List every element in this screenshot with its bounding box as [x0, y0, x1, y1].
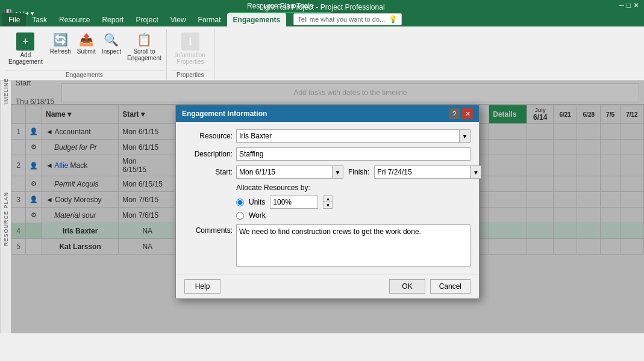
description-input[interactable]: [236, 147, 470, 161]
ribbon-group-label-properties: Properties: [172, 70, 209, 80]
add-engagement-btn[interactable]: + Add Engagement: [5, 30, 46, 69]
cancel-button[interactable]: Cancel: [430, 279, 470, 294]
ribbon: + Add Engagement 🔄 Refresh 📤 Submit 🔍 In…: [0, 26, 644, 81]
tab-format[interactable]: Format: [192, 13, 227, 26]
submit-btn[interactable]: 📤 Submit: [75, 30, 98, 69]
ribbon-group-engagements: + Add Engagement 🔄 Refresh 📤 Submit 🔍 In…: [2, 29, 167, 80]
work-radio[interactable]: [236, 212, 244, 220]
engagement-info-modal: Engagement Information ? ✕ Resource:: [175, 105, 480, 299]
tab-view[interactable]: View: [164, 13, 192, 26]
modal-close-btn[interactable]: ✕: [462, 108, 473, 119]
close-btn[interactable]: ✕: [633, 1, 639, 10]
minimize-btn[interactable]: ─: [619, 1, 624, 10]
ribbon-group-properties: ℹ Information Properties Properties: [167, 29, 214, 80]
units-radio-label: Units: [249, 198, 265, 206]
allocate-label: Allocate Resources by:: [236, 184, 310, 192]
units-value-input[interactable]: [270, 196, 318, 209]
refresh-btn[interactable]: 🔄 Refresh: [48, 30, 73, 69]
start-label: Start:: [184, 168, 233, 176]
maximize-btn[interactable]: □: [627, 1, 631, 10]
help-button[interactable]: Help: [184, 279, 220, 294]
tab-task[interactable]: Task: [26, 13, 53, 26]
inspect-btn[interactable]: 🔍 Inspect: [99, 30, 123, 69]
tab-project[interactable]: Project: [130, 13, 164, 26]
tab-file[interactable]: File: [2, 13, 26, 26]
tab-engagements[interactable]: Engagements: [227, 13, 287, 26]
information-properties-btn[interactable]: ℹ Information Properties: [172, 30, 209, 69]
resource-plan-side-label: RESOURCE PLAN: [0, 105, 11, 333]
spinner-up[interactable]: ▲: [323, 196, 333, 202]
spinner-down[interactable]: ▼: [323, 202, 333, 209]
search-icon: 💡: [389, 15, 398, 23]
resource-label: Resource:: [184, 132, 233, 140]
ribbon-tabs: File Task Resource Report Project View F…: [0, 13, 644, 26]
window-title: Light Rail Project - Project Professiona…: [259, 1, 384, 14]
start-input[interactable]: [236, 165, 333, 179]
units-radio[interactable]: [236, 199, 244, 206]
modal-body: Resource: ▼ Description:: [176, 122, 479, 274]
finish-input[interactable]: [374, 165, 470, 179]
search-bar[interactable]: Tell me what you want to do... 💡: [293, 13, 402, 25]
modal-title-bar: Engagement Information ? ✕: [176, 105, 479, 122]
finish-label: Finish:: [348, 168, 369, 176]
ribbon-group-label-engagements: Engagements: [5, 70, 164, 80]
comments-label: Comments:: [184, 224, 233, 235]
work-radio-label: Work: [249, 211, 266, 220]
tab-resource[interactable]: Resource: [53, 13, 96, 26]
modal-overlay: Engagement Information ? ✕ Resource:: [11, 81, 644, 333]
ok-button[interactable]: OK: [389, 279, 425, 294]
modal-footer: Help OK Cancel: [176, 274, 479, 298]
resource-input[interactable]: [236, 129, 460, 143]
tab-report[interactable]: Report: [96, 13, 130, 26]
modal-help-btn[interactable]: ?: [449, 108, 460, 119]
description-label: Description:: [184, 150, 233, 158]
scroll-to-engagement-btn[interactable]: 📋 Scroll to Engagement: [125, 30, 164, 69]
timeline-side-label: TIMELINE: [0, 81, 11, 105]
comments-textarea[interactable]: We need to find construction crews to ge…: [236, 224, 470, 267]
